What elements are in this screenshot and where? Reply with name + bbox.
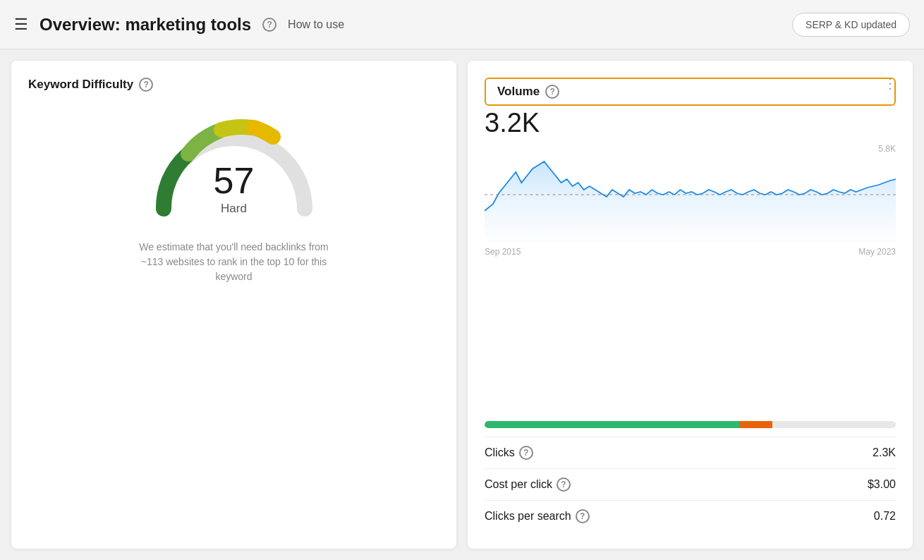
header-help-icon[interactable]: ? (262, 18, 276, 32)
main-content: Keyword Difficulty ? 57 Hard We es (0, 49, 924, 560)
keyword-difficulty-card: Keyword Difficulty ? 57 Hard We es (11, 61, 456, 549)
three-dots-button[interactable]: ⋮ (883, 75, 899, 92)
clicks-row: Clicks ? 2.3K (485, 437, 896, 468)
chart-y-max: 5.8K (878, 144, 896, 154)
volume-card: ⋮ Volume ? 3.2K 5.8K (468, 61, 913, 549)
progress-green (485, 421, 739, 428)
chart-date-start: Sep 2015 (485, 247, 521, 257)
gauge-value: 57 (214, 162, 255, 199)
gauge-center: 57 Hard (214, 162, 255, 216)
volume-value: 3.2K (485, 109, 896, 138)
cpc-value: $3.00 (868, 478, 896, 491)
clicks-label: Clicks ? (485, 446, 533, 460)
kd-card-header: Keyword Difficulty ? (28, 78, 439, 92)
cpc-row: Cost per click ? $3.00 (485, 468, 896, 500)
clicks-help-icon[interactable]: ? (519, 446, 533, 460)
progress-orange (739, 421, 772, 428)
chart-date-end: May 2023 (858, 247, 896, 257)
cps-value: 0.72 (874, 510, 896, 523)
volume-chart (485, 144, 896, 243)
how-to-use-link[interactable]: How to use (288, 18, 344, 31)
kd-help-icon[interactable]: ? (139, 78, 153, 92)
clicks-value: 2.3K (873, 446, 896, 459)
cps-label: Clicks per search ? (485, 509, 590, 523)
volume-title: Volume (497, 85, 540, 99)
cpc-help-icon[interactable]: ? (557, 477, 571, 492)
volume-progress-bar (485, 421, 896, 428)
header: ☰ Overview: marketing tools ? How to use… (0, 0, 924, 49)
cps-row: Clicks per search ? 0.72 (485, 500, 896, 532)
volume-header-box: Volume ? (485, 78, 896, 106)
kd-description: We estimate that you'll need backlinks f… (135, 240, 333, 284)
cps-help-icon[interactable]: ? (576, 509, 590, 523)
gauge-label: Hard (214, 202, 255, 216)
chart-wrapper: 5.8K Sep 2015 May 2023 (485, 144, 896, 413)
cpc-label: Cost per click ? (485, 477, 571, 492)
volume-help-icon[interactable]: ? (545, 85, 559, 99)
kd-title: Keyword Difficulty (28, 78, 133, 92)
menu-icon[interactable]: ☰ (14, 17, 28, 32)
page-title: Overview: marketing tools (39, 15, 251, 35)
gauge: 57 Hard (142, 110, 326, 223)
chart-dates: Sep 2015 May 2023 (485, 247, 896, 257)
serp-badge: SERP & KD updated (792, 13, 910, 37)
